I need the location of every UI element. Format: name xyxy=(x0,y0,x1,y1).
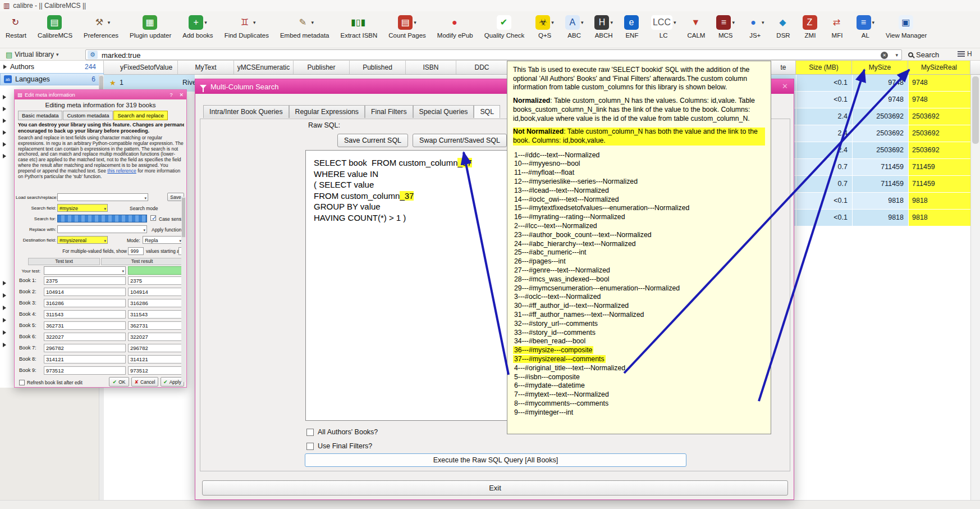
expander-icon[interactable] xyxy=(3,343,6,347)
dropdown-caret-icon[interactable]: ▾ xyxy=(762,20,764,25)
mcs-icon[interactable]: ≡ xyxy=(716,15,731,30)
show-values-spinner[interactable]: 999 xyxy=(128,247,144,255)
toolbar-item-abc[interactable]: A ▾ ABC xyxy=(560,11,589,39)
al-icon[interactable]: ≡ xyxy=(857,15,871,30)
search-field-select[interactable]: #mysize xyxy=(57,204,108,212)
toolbar-item-restart[interactable]: ↻ Restart xyxy=(0,11,32,39)
book-row[interactable]: <0.1 9748 9748 xyxy=(771,92,970,108)
tab-intra-inter-book-queries[interactable]: Intra/Inter Book Queries xyxy=(203,105,289,118)
column-header-mysize[interactable]: MySize xyxy=(852,61,908,75)
expander-icon[interactable] xyxy=(3,318,6,322)
expander-icon[interactable] xyxy=(3,330,6,335)
search-options-gear-icon[interactable]: ⚙ xyxy=(88,51,98,59)
column-header-published[interactable]: Published xyxy=(350,61,406,75)
book-row[interactable]: <0.1 9818 9818 xyxy=(771,193,970,210)
find-duplicates-icon[interactable]: ♊ xyxy=(237,15,252,30)
toolbar-item-plugin-updater[interactable]: ▦ Plugin updater xyxy=(124,11,177,39)
tab-regular-expressions[interactable]: Regular Expressions xyxy=(289,105,365,118)
toolbar-item-view-manager[interactable]: ▣ View Manager xyxy=(880,11,932,39)
toolbar-item-zmi[interactable]: Z ZMI xyxy=(797,11,824,39)
expander-icon[interactable] xyxy=(3,65,7,69)
book-row[interactable]: 0.7 711459 711459 xyxy=(771,159,970,176)
checkbox[interactable] xyxy=(306,429,314,436)
load-search-replace-select[interactable] xyxy=(57,193,148,201)
toolbar-item-calibremcs[interactable]: ▤ CalibreMCS xyxy=(32,11,78,39)
toolbar-item-enf[interactable]: e ENF xyxy=(619,11,645,39)
toolbar-item-calm[interactable]: ▼ CALM xyxy=(681,11,711,39)
toolbar-item-mcs[interactable]: ≡ ▾ MCS xyxy=(711,11,740,39)
dropdown-caret-icon[interactable]: ▾ xyxy=(253,20,256,25)
test-text-value[interactable]: 311543 xyxy=(44,310,126,319)
test-text-value[interactable]: 2375 xyxy=(44,276,126,285)
your-test-input[interactable] xyxy=(44,266,126,275)
expander-icon[interactable] xyxy=(3,95,6,99)
tab-sql[interactable]: SQL xyxy=(474,105,500,118)
dropdown-caret-icon[interactable]: ▾ xyxy=(610,20,613,25)
extract-isbn-icon[interactable]: ▮▯▮ xyxy=(349,15,367,30)
book-row[interactable]: 2.4 2503692 2503692 xyxy=(771,142,970,159)
calibremcs-icon[interactable]: ▤ xyxy=(47,15,62,30)
embed-metadata-icon[interactable]: ✎ xyxy=(295,15,310,30)
toolbar-item-al[interactable]: ≡ ▾ AL xyxy=(851,11,881,39)
expander-icon[interactable] xyxy=(3,293,6,298)
toolbar-item-abch[interactable]: H ▾ ABCH xyxy=(589,11,619,39)
dropdown-caret-icon[interactable]: ▾ xyxy=(732,20,735,25)
exit-button[interactable]: Exit xyxy=(202,480,788,496)
tab-search-and-replace[interactable]: Search and replace xyxy=(113,111,167,120)
column-header-yfixedsetofvalue[interactable]: yFixedSetofValue xyxy=(115,61,178,75)
expander-icon[interactable] xyxy=(3,130,6,135)
toolbar-item-dsr[interactable]: ◆ DSR xyxy=(770,11,797,39)
toolbar-item-extract-isbn[interactable]: ▮▯▮ Extract ISBN xyxy=(335,11,383,39)
column-header-mytext[interactable]: MyText xyxy=(178,61,234,75)
test-text-value[interactable]: 296782 xyxy=(44,344,126,352)
sidebar-item-languages[interactable]: Languages 6 xyxy=(0,73,104,85)
tab-basic-metadata[interactable]: Basic metadata xyxy=(18,111,62,120)
clear-search-icon[interactable]: ✕ xyxy=(881,52,888,59)
expander-icon[interactable] xyxy=(3,306,6,310)
book-row[interactable]: <0.1 9818 9818 xyxy=(771,210,970,226)
lcc-icon[interactable]: LCC xyxy=(651,15,672,30)
replace-with-input[interactable] xyxy=(57,225,147,233)
destination-field-select[interactable]: #mysizereal xyxy=(57,236,108,244)
tab-final-filters[interactable]: Final Filters xyxy=(365,105,413,118)
close-icon[interactable]: ✕ xyxy=(782,82,788,90)
search-input[interactable]: ⚙ marked:true ✕ ▾ xyxy=(85,49,902,60)
expander-icon[interactable] xyxy=(3,281,6,285)
sidebar-item-authors[interactable]: Authors 244 xyxy=(0,61,104,73)
column-header-date-fragment[interactable]: te xyxy=(771,61,796,75)
restart-icon[interactable]: ↻ xyxy=(8,15,23,30)
preferences-icon[interactable]: ⚒ xyxy=(92,15,107,30)
case-sensitive-checkbox[interactable] xyxy=(150,215,156,221)
book-row[interactable]: <0.1 9748 9748 xyxy=(771,75,970,92)
dropdown-caret-icon[interactable]: ▾ xyxy=(414,20,416,25)
toolbar-item-modify-epub[interactable]: ● Modify ePub xyxy=(432,11,479,39)
search-button[interactable]: Search xyxy=(908,49,939,60)
test-text-value[interactable]: 973512 xyxy=(44,366,126,375)
expander-icon[interactable] xyxy=(3,154,6,158)
column-header-size-mb[interactable]: Size (MB) xyxy=(796,61,852,75)
dropdown-caret-icon[interactable]: ▾ xyxy=(204,20,207,25)
toolbar-item-count-pages[interactable]: ▤ ▾ Count Pages xyxy=(383,11,432,39)
column-header-mysizereal[interactable]: MySizeReal xyxy=(908,61,970,75)
test-text-value[interactable]: 362731 xyxy=(44,321,126,330)
dropdown-caret-icon[interactable]: ▾ xyxy=(674,20,676,25)
calm-funnel-icon[interactable]: ▼ xyxy=(688,15,703,30)
abc-icon[interactable]: A xyxy=(565,15,580,30)
tab-special-queries[interactable]: Special Queries xyxy=(413,105,474,118)
virtual-library-button[interactable]: ▤ Virtual library ▾ xyxy=(3,49,61,60)
saved-searches-button[interactable]: H xyxy=(958,50,972,58)
expander-icon[interactable] xyxy=(3,107,6,111)
dropdown-caret-icon[interactable]: ▾ xyxy=(872,20,875,25)
plugin-updater-icon[interactable]: ▦ xyxy=(143,15,157,30)
dropdown-caret-icon[interactable]: ▾ xyxy=(581,20,584,25)
use-final-filters-checkbox[interactable]: Use Final Filters? xyxy=(306,442,372,450)
execute-raw-sql-button[interactable]: Execute the Raw SQL Query [All Books] xyxy=(305,453,686,467)
monitor-icon[interactable]: ▣ xyxy=(899,15,913,30)
dialog-titlebar[interactable]: ▤ Edit meta information ? ✕ xyxy=(15,90,186,99)
save-current-sql-button[interactable]: Save Current SQL xyxy=(337,134,408,147)
toolbar-item-embed-metadata[interactable]: ✎ ▾ Embed metadata xyxy=(274,11,335,39)
toolbar-item-js[interactable]: ● ▾ JS+ xyxy=(740,11,770,39)
dropdown-caret-icon[interactable]: ▾ xyxy=(551,20,554,25)
test-text-value[interactable]: 322027 xyxy=(44,333,126,341)
table-scrollbar-thumb[interactable] xyxy=(972,76,979,144)
